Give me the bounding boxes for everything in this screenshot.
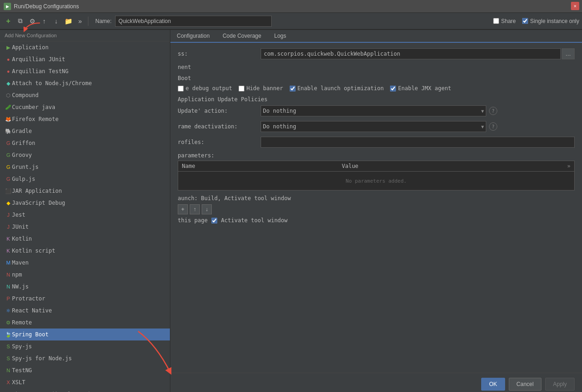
sidebar-item-attach-nodejs[interactable]: ◆ Attach to Node.js/Chrome [0, 77, 170, 89]
folder-button[interactable]: 📁 [63, 16, 74, 27]
xslt-icon: X [5, 379, 12, 386]
update-action-help[interactable]: ? [489, 107, 497, 115]
single-instance-checkbox[interactable] [522, 18, 528, 24]
sidebar-item-spring-boot[interactable]: 🍃 Spring Boot [0, 329, 170, 340]
edit-configuration-button[interactable]: ⚙ [27, 16, 38, 27]
options-checkboxes: e debug output Hide banner Enable launch… [178, 85, 575, 92]
sidebar-item-xslt[interactable]: X XSLT [0, 376, 170, 388]
sidebar-item-testng[interactable]: N TestNG [0, 364, 170, 376]
add-configuration-button[interactable]: + [3, 16, 14, 27]
sidebar-item-jar[interactable]: ⬛ JAR Application [0, 185, 170, 197]
debug-output-checkbox[interactable] [178, 86, 184, 92]
profiles-input[interactable] [261, 137, 575, 148]
arquillian-testng-icon: ● [5, 68, 12, 75]
class-browse-button[interactable]: … [562, 48, 575, 59]
title-bar-icon: ▶ [4, 3, 11, 10]
update-action-row: Update' action: Do nothing ▼ ? [178, 105, 575, 116]
class-label: ss: [178, 51, 261, 57]
update-action-combo[interactable]: Do nothing ▼ [261, 105, 486, 116]
sidebar-item-spy-js-nodejs[interactable]: S Spy-js for Node.js [0, 352, 170, 364]
class-input[interactable] [261, 48, 561, 59]
profiles-row: rofiles: [178, 137, 575, 148]
sidebar-item-arquillian-testng[interactable]: ● Arquillian TestNG [0, 65, 170, 77]
jmx-agent-label[interactable]: Enable JMX agent [390, 85, 451, 92]
sidebar-item-more[interactable]: 32 items more (irrelevant)... [0, 388, 170, 392]
sidebar-item-maven[interactable]: M Maven [0, 257, 170, 269]
configuration-body: ss: … nent Boot e debug output [170, 43, 582, 373]
sidebar-item-junit[interactable]: J JUnit [0, 221, 170, 233]
hide-banner-label[interactable]: Hide banner [239, 85, 283, 92]
frame-deactivation-combo[interactable]: Do nothing ▼ [261, 121, 486, 132]
activate-row: this page Activate tool window [178, 217, 575, 224]
sidebar-item-spy-js[interactable]: S Spy-js [0, 340, 170, 352]
sidebar-item-grunt-label: Grunt.js [12, 164, 39, 170]
apply-button[interactable]: Apply [545, 378, 575, 391]
sidebar-item-junit-label: JUnit [12, 224, 29, 230]
sidebar-item-jest[interactable]: J Jest [0, 209, 170, 221]
single-instance-label[interactable]: Single instance only [522, 18, 579, 24]
move-up-button[interactable]: ↑ [39, 16, 50, 27]
copy-configuration-button[interactable]: ⧉ [15, 16, 26, 27]
environment-label: nent [178, 64, 261, 70]
sidebar-item-compound[interactable]: ⬡ Compound [0, 89, 170, 101]
frame-deactivation-help[interactable]: ? [489, 122, 497, 131]
sidebar-item-firefox-remote[interactable]: 🦊 Firefox Remote [0, 113, 170, 125]
cancel-button[interactable]: Cancel [509, 378, 541, 391]
react-native-icon: ⚛ [5, 307, 12, 314]
sidebar-item-gulp[interactable]: G Gulp.js [0, 173, 170, 185]
sidebar-item-gulp-label: Gulp.js [12, 176, 35, 182]
toolbar: + ⧉ ⚙ ↑ ↓ 📁 » Name: Share Single instanc… [0, 13, 582, 29]
sidebar-item-nwjs-label: NW.js [12, 283, 29, 290]
tab-logs[interactable]: Logs [268, 30, 292, 43]
sidebar-item-protractor[interactable]: P Protractor [0, 293, 170, 305]
share-checkbox[interactable] [493, 18, 499, 24]
sidebar-item-kotlin-script[interactable]: K Kotlin script [0, 245, 170, 257]
sidebar-item-arquillian-junit[interactable]: ● Arquillian JUnit [0, 53, 170, 65]
jar-icon: ⬛ [5, 187, 12, 195]
tab-configuration[interactable]: Configuration [170, 30, 216, 43]
spring-boot-section-label: Boot [178, 75, 575, 81]
sidebar-item-gradle[interactable]: 🐘 Gradle [0, 125, 170, 137]
testng-icon: N [5, 367, 12, 374]
share-checkbox-label[interactable]: Share [493, 18, 516, 24]
sidebar-item-npm[interactable]: N npm [0, 269, 170, 281]
debug-output-label[interactable]: e debug output [178, 85, 232, 92]
kotlin-script-icon: K [5, 247, 12, 254]
jmx-agent-checkbox[interactable] [390, 86, 396, 92]
close-button[interactable]: × [571, 2, 579, 10]
sidebar-item-react-native[interactable]: ⚛ React Native [0, 305, 170, 317]
tab-code-coverage[interactable]: Code Coverage [216, 30, 268, 43]
before-launch-actions: + ↑ ↓ [178, 204, 575, 214]
sidebar-item-remote[interactable]: ⚙ Remote [0, 317, 170, 329]
sidebar-item-kotlin[interactable]: K Kotlin [0, 233, 170, 245]
sidebar-item-compound-label: Compound [12, 92, 39, 98]
hide-banner-checkbox[interactable] [239, 86, 244, 92]
application-icon: ▶ [5, 44, 12, 51]
sidebar-item-xslt-label: XSLT [12, 379, 25, 386]
before-launch-down-btn[interactable]: ↓ [202, 204, 212, 214]
sidebar-item-application[interactable]: ▶ Application [0, 41, 170, 53]
more-button[interactable]: » [75, 16, 86, 27]
spy-js-icon: S [5, 343, 12, 350]
update-policies-header: Application Update Policies [178, 96, 575, 103]
before-launch-add-btn[interactable]: + [178, 204, 188, 214]
frame-deactivation-row: rame deactivation: Do nothing ▼ ? [178, 121, 575, 132]
grunt-icon: G [5, 163, 12, 171]
ok-button[interactable]: OK [481, 378, 505, 391]
sidebar-item-cucumber-java[interactable]: 🥒 Cucumber java [0, 101, 170, 113]
move-down-button[interactable]: ↓ [51, 16, 62, 27]
before-launch-up-btn[interactable]: ↑ [190, 204, 200, 214]
launch-optimization-label[interactable]: Enable launch optimization [290, 85, 384, 92]
name-input[interactable] [115, 16, 272, 27]
attach-nodejs-icon: ◆ [5, 80, 12, 87]
sidebar-item-javascript-debug[interactable]: ◆ JavaScript Debug [0, 197, 170, 209]
params-table: Name Value » No parameters added. [178, 161, 575, 190]
launch-optimization-checkbox[interactable] [290, 86, 296, 92]
sidebar-item-kotlin-label: Kotlin [12, 236, 32, 242]
activate-checkbox[interactable] [211, 218, 217, 224]
nwjs-icon: N [5, 283, 12, 290]
sidebar-item-groovy[interactable]: G Groovy [0, 149, 170, 161]
sidebar-item-griffon[interactable]: G Griffon [0, 137, 170, 149]
sidebar-item-grunt[interactable]: G Grunt.js [0, 161, 170, 173]
sidebar-item-nwjs[interactable]: N NW.js [0, 281, 170, 293]
